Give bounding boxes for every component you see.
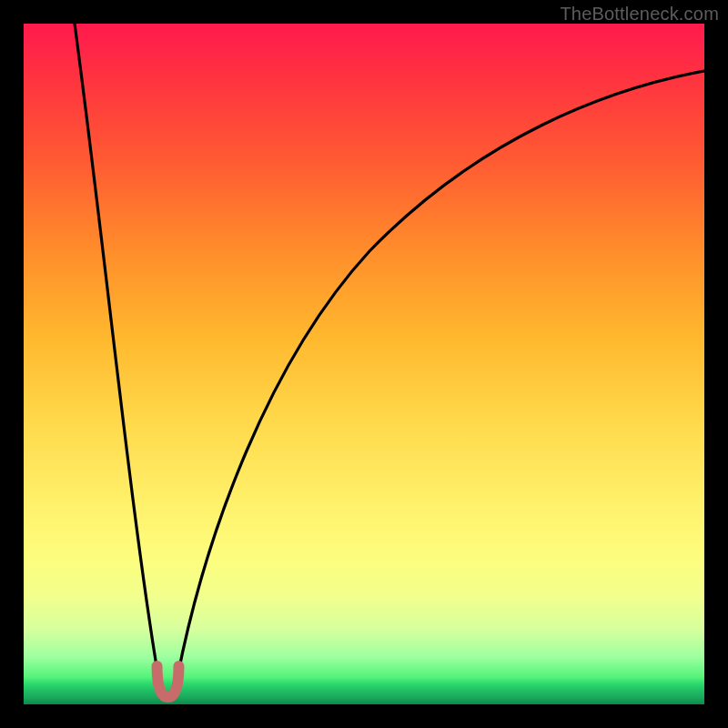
bottleneck-curve [75,24,704,695]
curve-layer [24,24,704,704]
watermark-text: TheBottleneck.com [560,4,719,25]
min-marker-u [157,666,179,697]
chart-stage: TheBottleneck.com [0,0,728,728]
plot-area [24,24,704,704]
